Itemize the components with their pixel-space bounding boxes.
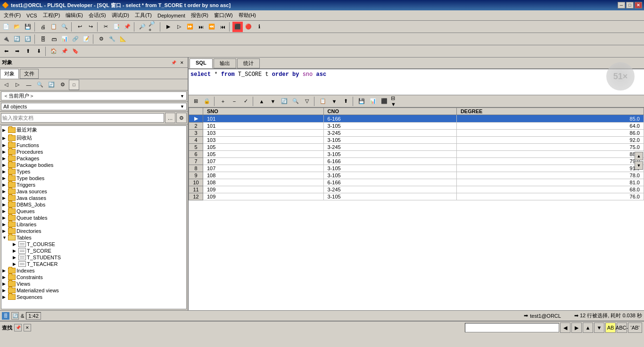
search-input[interactable] — [1, 113, 164, 123]
table-row[interactable]: ▶1016-16685.0 — [189, 115, 644, 123]
tb2-btn6[interactable]: 📊 — [59, 34, 70, 44]
tree-item-t-course[interactable]: ▶ T_COURSE — [1, 241, 186, 248]
print-btn[interactable]: 🖨 — [38, 22, 48, 32]
search-dn-btn[interactable]: ▼ — [594, 322, 604, 333]
tb3-btn1[interactable]: ⬅ — [1, 46, 11, 57]
run4-btn[interactable]: ⏭ — [196, 22, 206, 32]
tree-item-packages[interactable]: ▶ Packages — [1, 155, 186, 162]
table-row[interactable]: 51053-24575.0 — [189, 144, 644, 151]
find-btn[interactable]: 🔎 — [137, 22, 148, 32]
cut-btn[interactable]: ✂ — [100, 22, 111, 32]
bottom-search-input[interactable] — [465, 323, 559, 332]
table-row[interactable]: 81073-10591.0 — [189, 165, 644, 172]
right-scroll-up[interactable]: ▲ — [635, 152, 643, 160]
undo-btn[interactable]: ↩ — [74, 22, 85, 32]
tree-item-views[interactable]: ▶ Views — [1, 281, 186, 287]
prev-btn[interactable]: ▲ — [256, 96, 267, 107]
left-tb-settings[interactable]: ⚙ — [58, 80, 68, 90]
redo-btn[interactable]: ↪ — [85, 22, 96, 32]
search-highlight-btn[interactable]: AB — [605, 322, 616, 333]
tree-item-triggers[interactable]: ▶ Triggers — [1, 182, 186, 188]
btn2[interactable]: 📋 — [49, 22, 59, 32]
tb2-btn2[interactable]: 🔄 — [12, 34, 22, 44]
grid-opts-btn[interactable]: ⊟ ▼ — [390, 96, 401, 107]
tree-item-materialized-views[interactable]: ▶ Materialized views — [1, 287, 186, 294]
tb2-btn4[interactable]: 🗄 — [38, 34, 48, 44]
search-go-btn[interactable]: … — [165, 113, 175, 123]
maximize-button[interactable]: □ — [626, 2, 634, 8]
panel-close-btn[interactable]: ✕ — [178, 59, 186, 66]
close-button[interactable]: ✕ — [635, 2, 642, 8]
menu-project[interactable]: 工程(P) — [40, 11, 63, 20]
tab-objects[interactable]: 对象 — [0, 69, 19, 79]
run5-btn[interactable]: ⏪ — [206, 22, 217, 32]
menu-tools[interactable]: 工具(T) — [132, 11, 155, 20]
right-scroll-down[interactable]: ▼ — [635, 161, 643, 170]
tree-item-package-bodies[interactable]: ▶ Package bodies — [1, 162, 186, 168]
search-opt-btn[interactable]: ⚙ — [176, 113, 187, 123]
chart-btn[interactable]: 📊 — [368, 96, 378, 107]
tab-sql[interactable]: SQL — [190, 58, 213, 68]
tb2-btn10[interactable]: 🔧 — [107, 34, 117, 44]
tb2-btn11[interactable]: 📐 — [118, 34, 128, 44]
menu-report[interactable]: 报告(R) — [188, 11, 211, 20]
lock-btn[interactable]: 🔒 — [202, 96, 212, 107]
tb3-btn6[interactable]: 📌 — [59, 46, 70, 57]
new-btn[interactable]: 📄 — [1, 22, 11, 32]
stop-btn[interactable]: ⬛ — [232, 22, 243, 32]
tree-item-libraries[interactable]: ▶ Libraries — [1, 221, 186, 228]
del-row-btn[interactable]: − — [229, 96, 239, 107]
run2-btn[interactable]: ▷ — [174, 22, 184, 32]
table-row[interactable]: 21013-10564.0 — [189, 123, 644, 130]
tree-item-queues[interactable]: ▶ Queues — [1, 208, 186, 215]
chart2-btn[interactable]: ⬛ — [379, 96, 389, 107]
next-btn[interactable]: ▼ — [268, 96, 278, 107]
menu-help[interactable]: 帮助(H) — [236, 11, 259, 20]
paste-data-btn[interactable]: ▼ — [329, 96, 339, 107]
tb3-btn7[interactable]: 🔖 — [70, 46, 81, 57]
table-row[interactable]: 41033-10592.0 — [189, 137, 644, 144]
stop2-btn[interactable]: 🔴 — [243, 22, 254, 32]
btn3[interactable]: 🔍 — [59, 22, 70, 32]
tree-item-functions[interactable]: ▶ Functions — [1, 142, 186, 149]
commit-btn[interactable]: 💾 — [356, 96, 367, 107]
confirm-btn[interactable]: ✓ — [240, 96, 251, 107]
left-tb-search[interactable]: 🔍 — [35, 80, 45, 90]
tree-item-type-bodies[interactable]: ▶ Type bodies — [1, 175, 186, 182]
tb2-btn9[interactable]: ⚙ — [96, 34, 107, 44]
grid-view-btn[interactable]: ⊞ — [190, 96, 201, 107]
add-row-btn[interactable]: + — [218, 96, 228, 107]
info-btn[interactable]: ℹ — [254, 22, 264, 32]
tb3-btn2[interactable]: ➡ — [12, 46, 22, 57]
search-up-btn[interactable]: ▲ — [583, 322, 593, 333]
menu-session[interactable]: 会话(S) — [86, 11, 109, 20]
bottom-close-btn[interactable]: ✕ — [24, 324, 31, 331]
tree-item-t-score[interactable]: ▶ T_SCORE — [1, 248, 186, 254]
tree-item-t-students[interactable]: ▶ T_STUDENTS — [1, 254, 186, 261]
left-tb-add[interactable]: — — [24, 80, 34, 90]
minimize-button[interactable]: ─ — [618, 2, 625, 8]
tb3-btn3[interactable]: ⬆ — [23, 46, 33, 57]
filter-dropdown-icon[interactable]: ▼ — [180, 104, 184, 109]
tab-files[interactable]: 文件 — [20, 69, 39, 79]
search-data-btn[interactable]: 🔍 — [290, 96, 301, 107]
tb3-btn5[interactable]: 🏠 — [49, 46, 59, 57]
findall-btn[interactable]: 🔎+ — [148, 22, 158, 32]
tb2-btn1[interactable]: 🔌 — [1, 34, 11, 44]
panel-pin-btn[interactable]: 📌 — [170, 59, 177, 66]
tree-item-types[interactable]: ▶ Types — [1, 168, 186, 175]
bottom-pin-btn[interactable]: 📌 — [14, 324, 22, 331]
export-btn[interactable]: ⬆ — [340, 96, 351, 107]
search-prev-btn[interactable]: ◀ — [560, 322, 570, 333]
menu-file[interactable]: 文件(F) — [1, 11, 24, 20]
table-row[interactable]: 71076-16679.0 — [189, 158, 644, 165]
tb2-btn8[interactable]: 📝 — [81, 34, 91, 44]
search-opts-btn[interactable]: 'AB' — [628, 322, 642, 333]
table-row[interactable]: 91083-10578.0 — [189, 172, 644, 179]
paste-btn[interactable]: 📌 — [122, 22, 132, 32]
tree-item-recent[interactable]: ▶ 最近对象 — [1, 126, 186, 134]
tree-item-tables[interactable]: ▼ Tables — [1, 234, 186, 241]
left-tb-more[interactable]: □ — [69, 80, 79, 90]
sql-area[interactable]: select * from T_SCORE t order by sno asc — [189, 69, 644, 95]
menu-vcs[interactable]: VCS — [24, 12, 40, 19]
